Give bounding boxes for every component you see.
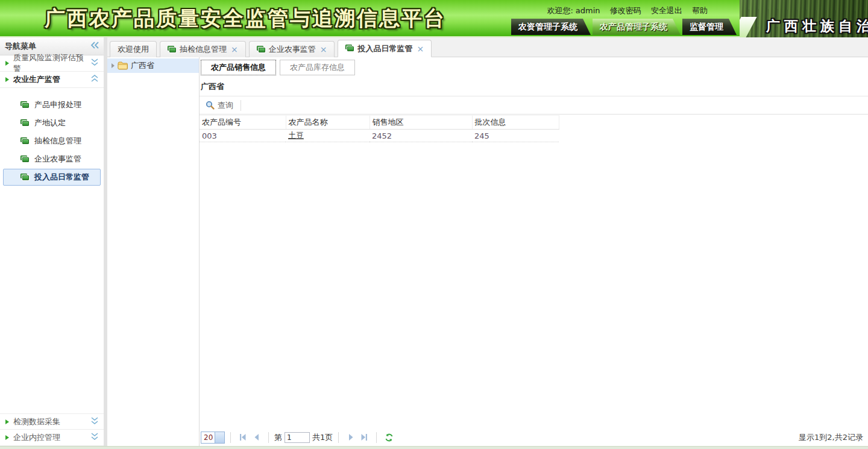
close-icon[interactable]: × <box>320 45 327 54</box>
region-tree-panel: 广西省 <box>107 57 200 446</box>
table-row[interactable]: 003 土豆 2452 245 <box>200 130 559 142</box>
arrow-right-icon <box>5 77 9 82</box>
content-panel: 农产品销售信息 农产品库存信息 广西省 查询 <box>200 57 868 446</box>
tab-sales-info[interactable]: 农产品销售信息 <box>201 60 276 75</box>
content-tabs: 农产品销售信息 农产品库存信息 <box>200 57 868 75</box>
subsystem-tab-supervision[interactable]: 监督管理 <box>682 19 737 35</box>
sidebar-item-sampling-info[interactable]: 抽检信息管理 <box>3 133 101 149</box>
panel-title: 广西省 <box>200 75 868 96</box>
wheat-banner-image: 广西壮族自治区 <box>740 0 868 37</box>
chevron-down-icon[interactable] <box>215 432 224 443</box>
cell-batch-info: 245 <box>472 130 559 142</box>
tab-welcome[interactable]: 欢迎使用 <box>110 41 157 57</box>
page-number-input[interactable] <box>285 432 310 443</box>
collapse-sidebar-icon[interactable] <box>90 37 99 55</box>
chevron-double-down-icon[interactable] <box>91 433 98 442</box>
next-page-button[interactable] <box>344 432 357 444</box>
region-label: 广西壮族自治区 <box>766 17 868 36</box>
subsystem-tab-agri-products[interactable]: 农产品管理子系统 <box>593 19 681 35</box>
document-tabstrip: 欢迎使用 抽检信息管理 × 企业农事监管 × 投入品日常监管 × <box>107 37 868 57</box>
subsystem-tabs: 农资管理子系统 农产品管理子系统 监督管理 <box>509 19 737 35</box>
tab-sampling-info[interactable]: 抽检信息管理 × <box>160 41 246 57</box>
tree-node-label: 广西省 <box>131 60 154 71</box>
sidebar-item-origin-certification[interactable]: 产地认定 <box>3 115 101 131</box>
search-icon <box>206 101 215 110</box>
close-icon[interactable]: × <box>417 45 424 53</box>
tab-stock-info[interactable]: 农产品库存信息 <box>280 60 355 75</box>
tree-expander-icon[interactable] <box>112 63 115 68</box>
book-icon <box>20 119 30 127</box>
cell-sales-region: 2452 <box>370 130 472 142</box>
book-icon <box>168 46 177 54</box>
book-icon <box>20 155 30 163</box>
col-batch-info[interactable]: 批次信息 <box>472 116 559 130</box>
book-icon <box>20 174 30 181</box>
book-icon <box>20 137 30 145</box>
sidebar-group-enterprise-control[interactable]: 企业内控管理 <box>0 430 104 446</box>
footer-strip <box>0 446 868 449</box>
welcome-label: 欢迎您: <box>547 6 573 15</box>
search-button[interactable]: 查询 <box>201 98 238 113</box>
sidebar-group-agri-production[interactable]: 农业生产监管 <box>0 72 104 88</box>
tree-node-guangxi[interactable]: 广西省 <box>107 58 199 73</box>
grid-toolbar: 查询 <box>200 96 868 115</box>
table-header-row: 农产品编号 农产品名称 销售地区 批次信息 <box>200 116 559 130</box>
chevron-double-down-icon[interactable] <box>91 417 98 427</box>
toolbar-separator <box>241 100 241 111</box>
page-count-label: 共1页 <box>312 432 333 443</box>
tab-farming-supervision[interactable]: 企业农事监管 × <box>249 41 335 57</box>
book-icon <box>257 46 266 54</box>
help-link[interactable]: 帮助 <box>692 6 708 15</box>
user-bar: 欢迎您:admin 修改密码 安全退出 帮助 <box>547 5 710 16</box>
close-icon[interactable]: × <box>231 45 238 54</box>
book-icon <box>345 45 354 52</box>
arrow-right-icon <box>5 419 9 424</box>
nav-sidebar: 导航菜单 质量风险监测评估预警 农业生产监管 产品申报处理 <box>0 37 104 446</box>
cell-product-code: 003 <box>200 130 286 142</box>
subsystem-tab-agri-materials[interactable]: 农资管理子系统 <box>511 19 591 35</box>
username: admin <box>576 6 600 15</box>
sidebar-group-quality-risk[interactable]: 质量风险监测评估预警 <box>0 55 104 72</box>
folder-icon <box>118 61 128 70</box>
change-password-link[interactable]: 修改密码 <box>610 6 641 15</box>
pagination-bar: 20 第 共1页 <box>200 429 868 446</box>
record-count-status: 显示1到2,共2记录 <box>799 432 863 443</box>
arrow-right-icon <box>5 435 9 440</box>
tab-input-daily-supervision[interactable]: 投入品日常监管 × <box>338 40 432 57</box>
sidebar-submenu: 产品申报处理 产地认定 抽检信息管理 企业农事监管 投入品日常监管 <box>0 88 104 193</box>
logout-link[interactable]: 安全退出 <box>651 6 682 15</box>
col-product-code[interactable]: 农产品编号 <box>200 116 286 130</box>
sidebar-item-input-daily-supervision[interactable]: 投入品日常监管 <box>3 169 101 186</box>
sidebar-group-detection-data[interactable]: 检测数据采集 <box>0 413 104 430</box>
sidebar-item-farming-supervision[interactable]: 企业农事监管 <box>3 151 101 168</box>
product-name-link[interactable]: 土豆 <box>288 131 304 140</box>
last-page-button[interactable] <box>357 432 371 444</box>
app-title: 广西农产品质量安全监管与追溯信息平台 <box>45 5 446 33</box>
products-table: 农产品编号 农产品名称 销售地区 批次信息 003 土豆 2452 245 <box>200 115 559 142</box>
prev-page-button[interactable] <box>250 432 263 444</box>
chevron-double-down-icon[interactable] <box>91 58 98 68</box>
main-area: 欢迎使用 抽检信息管理 × 企业农事监管 × 投入品日常监管 × <box>107 37 868 446</box>
col-sales-region[interactable]: 销售地区 <box>370 116 472 130</box>
chevron-double-up-icon[interactable] <box>91 75 98 84</box>
arrow-right-icon <box>5 61 9 66</box>
col-product-name[interactable]: 农产品名称 <box>286 116 370 130</box>
sidebar-item-product-declaration[interactable]: 产品申报处理 <box>3 96 101 113</box>
book-icon <box>20 101 30 109</box>
refresh-button[interactable] <box>382 432 395 444</box>
app-header: 广西农产品质量安全监管与追溯信息平台 欢迎您:admin 修改密码 安全退出 帮… <box>0 0 868 37</box>
page-size-select[interactable]: 20 <box>201 432 225 444</box>
page-prefix-label: 第 <box>274 432 282 443</box>
first-page-button[interactable] <box>236 432 250 444</box>
